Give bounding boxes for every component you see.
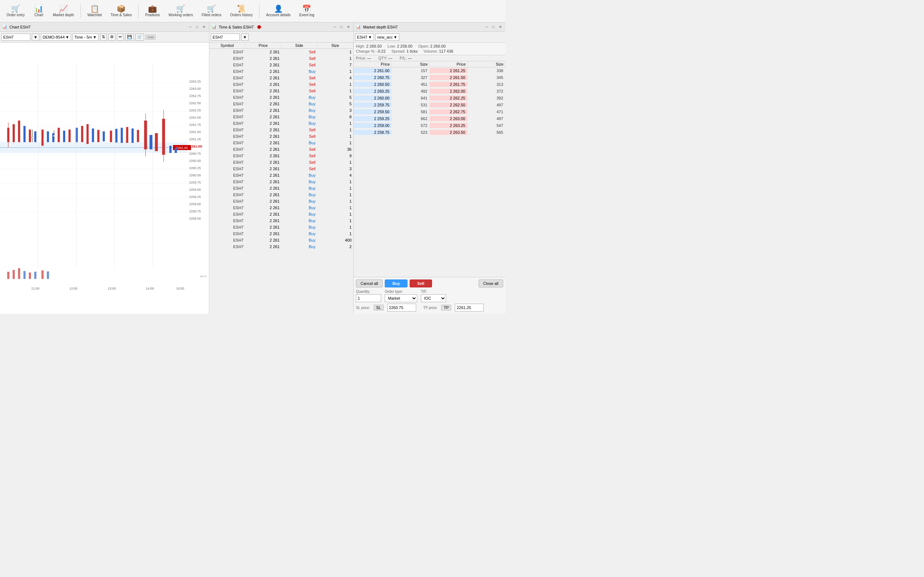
ts-side: Buy [281,102,318,106]
chart-timeframe-select[interactable]: Time - 5m ▼ [73,34,99,41]
ts-maximize-btn[interactable]: □ [339,25,344,29]
ts-side: Buy [281,218,318,223]
md-bid-price: 2 261.00 [354,68,392,73]
table-row: ESH7 2 261 Sell 7 [209,62,353,68]
toolbar-market-depth[interactable]: 📈 Market depth [50,3,78,18]
toolbar-account-details[interactable]: 👤 Account details [262,3,294,18]
toolbar-orders-history[interactable]: 📜 Orders history [226,3,256,18]
ts-size: 1 [317,56,353,61]
chart-trade-btn[interactable]: 🛒 [135,34,144,41]
chart-pencil-btn[interactable]: ✏ [117,34,124,41]
table-row: 2 259.25 662 2 263.00 497 [354,115,505,122]
md-account-select[interactable]: new_acc ▼ [375,34,399,41]
toolbar: 🛒 Order entry 📊 Chart 📈 Market depth 📋 W… [0,0,505,23]
md-ask-price: 2 263.50 [430,130,467,135]
chart-save-btn[interactable]: 💾 [125,34,134,41]
toolbar-order-entry-label: Order entry [6,13,25,17]
svg-rect-47 [63,131,65,142]
sl-badge[interactable]: SL [373,305,383,311]
md-panel-title: Market depth ESH7 [363,25,398,29]
md-th-bid-size: Size [392,61,430,67]
ts-price: 2 261 [246,82,281,87]
md-symbol-select[interactable]: ESH7 ▼ [355,34,374,41]
tif-select[interactable]: IOC GTC DAY [421,294,446,302]
market-depth-panel: 📊 Market depth ESH7 ─ □ ✕ ESH7 ▼ new_acc… [354,23,505,314]
tp-input[interactable] [455,304,484,311]
watchlist-icon: 📋 [90,5,99,12]
table-row: 2 260.50 451 2 261.75 313 [354,81,505,88]
svg-rect-38 [13,124,15,142]
md-bid-size: 451 [392,82,430,87]
sell-button[interactable]: Sell [410,279,432,287]
chart-account-select[interactable]: DEMO-8544 ▼ [41,34,71,41]
quantity-input[interactable] [356,294,381,302]
md-bid-size: 572 [392,123,430,128]
buy-button[interactable]: Buy [385,279,407,287]
svg-rect-77 [18,268,20,279]
ts-symbol-dropdown[interactable]: ▼ [241,34,249,41]
toolbar-filled-orders[interactable]: 🛒 Filled orders [198,3,225,18]
ts-close-btn[interactable]: ✕ [346,25,351,29]
order-area: Cancel all Buy Sell Close all Quantity: … [354,277,505,314]
table-row: ESH7 2 261 Sell 1 [209,127,353,133]
ts-price: 2 261 [246,192,281,197]
ts-size: 1 [317,82,353,87]
chart-minimize-btn[interactable]: ─ [188,25,193,29]
toolbar-order-entry[interactable]: 🛒 Order entry [3,3,29,18]
ts-size: 36 [317,147,353,152]
ts-symbol: ESH7 [209,186,246,191]
table-row: ESH7 2 261 Buy 1 [209,192,353,198]
md-ask-price: 2 263.00 [430,116,467,121]
md-th-ask-price: Price [430,61,467,67]
time-sales-panel: 📊 Time & Sales ESH7 ─ □ ✕ ▼ Symbol Price… [209,23,354,314]
close-all-button[interactable]: Close all [478,279,503,287]
md-bid-size: 157 [392,68,430,73]
md-ask-price: 2 261.75 [430,82,467,87]
md-minimize-btn[interactable]: ─ [484,25,489,29]
ts-symbol-input[interactable] [211,34,240,41]
quantity-label: Quantity: [356,290,381,293]
toolbar-working-orders[interactable]: 🛒 Working orders [165,3,197,18]
svg-text:2260.00: 2260.00 [189,174,201,177]
chart-panel-header: 📊 Chart ESH7 ─ □ ✕ [0,23,209,32]
chart-timeframe-value: Time - 5m [74,35,92,39]
cancel-all-button[interactable]: Cancel all [356,279,383,287]
ts-size: 5 [317,102,353,106]
table-row: ESH7 2 261 Buy 1 [209,140,353,146]
md-maximize-btn[interactable]: □ [491,25,496,29]
ts-side: Sell [281,147,318,152]
ts-price: 2 261 [246,186,281,191]
toolbar-watchlist-label: Watchlist [87,13,102,17]
chart-symbol-dropdown[interactable]: ▼ [32,34,39,41]
toolbar-divider-2 [138,4,139,18]
toolbar-watchlist[interactable]: 📋 Watchlist [84,3,105,18]
chart-close-btn[interactable]: ✕ [201,25,207,29]
table-row: 2 260.00 641 2 262.25 392 [354,95,505,102]
md-change-pct: Change %: -0.22 [356,49,386,53]
md-volume: Volume: 117 436 [423,49,453,53]
ts-size: 3 [317,108,353,113]
table-row: ESH7 2 261 Sell 1 [209,55,353,62]
sl-input[interactable] [387,304,416,311]
tp-badge[interactable]: TP [441,305,451,311]
chart-maximize-btn[interactable]: □ [195,25,200,29]
chart-compare-btn[interactable]: ⇅ [100,34,107,41]
md-info-row-1: High: 2 266.50 Low: 2 258.00 Open: 2 266… [356,44,503,48]
ts-price: 2 261 [246,127,281,132]
toolbar-chart[interactable]: 📊 Chart [30,3,48,18]
md-ask-size: 471 [467,109,505,114]
ts-minimize-btn[interactable]: ─ [332,25,338,29]
ts-side: Buy [281,69,318,74]
md-account-dropdown-icon: ▼ [393,35,397,39]
toolbar-time-sales[interactable]: 📦 Time & Sales [107,3,135,18]
md-close-btn[interactable]: ✕ [498,25,503,29]
ts-price: 2 261 [246,56,281,61]
chart-settings-btn[interactable]: ⚙ [108,34,115,41]
account-details-icon: 👤 [274,5,283,12]
svg-text:2261.00: 2261.00 [176,146,188,150]
ts-price: 2 261 [246,89,281,93]
chart-symbol-input[interactable] [2,34,30,41]
toolbar-positions[interactable]: 💼 Positions [142,3,163,18]
toolbar-event-log[interactable]: 📅 Event log [296,3,318,18]
order-type-select[interactable]: Market Limit Stop [385,294,417,302]
